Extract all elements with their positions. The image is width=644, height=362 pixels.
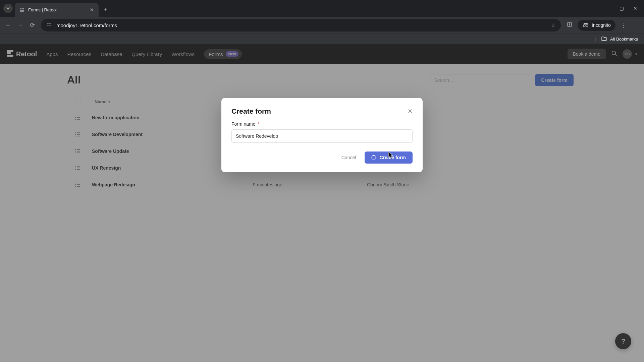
browser-tab-title: Forms | Retool bbox=[28, 7, 87, 12]
browser-tabstrip: Forms | Retool ✕ + — ▢ ✕ bbox=[0, 0, 644, 17]
tab-favicon-icon bbox=[19, 7, 25, 13]
all-bookmarks-link[interactable]: All Bookmarks bbox=[610, 37, 638, 42]
incognito-label: Incognito bbox=[592, 22, 611, 28]
incognito-indicator[interactable]: Incognito bbox=[578, 20, 615, 31]
create-form-modal: Create form ✕ Form name * Cancel Create … bbox=[221, 98, 423, 172]
form-name-label: Form name * bbox=[231, 121, 413, 127]
browser-tab-active[interactable]: Forms | Retool ✕ bbox=[15, 3, 99, 17]
new-tab-button[interactable]: + bbox=[103, 6, 107, 13]
window-minimize-button[interactable]: — bbox=[605, 6, 610, 11]
modal-close-button[interactable]: ✕ bbox=[408, 108, 413, 115]
nav-back-button[interactable]: ← bbox=[5, 22, 11, 29]
required-asterisk: * bbox=[257, 121, 259, 127]
modal-title: Create form bbox=[231, 107, 271, 115]
nav-reload-button[interactable]: ⟳ bbox=[29, 21, 36, 29]
svg-rect-0 bbox=[20, 8, 21, 9]
bookmarks-folder-icon bbox=[601, 36, 607, 42]
address-bar-url: moodjoy1.retool.com/forms bbox=[56, 22, 546, 28]
window-controls: — ▢ ✕ bbox=[605, 6, 641, 11]
form-name-label-text: Form name bbox=[231, 121, 256, 127]
site-info-icon[interactable] bbox=[46, 22, 52, 28]
svg-rect-3 bbox=[47, 23, 49, 24]
browser-toolbar: ← → ⟳ moodjoy1.retool.com/forms ☆ Incogn… bbox=[0, 17, 644, 34]
form-name-input[interactable] bbox=[231, 129, 413, 143]
loading-spinner-icon bbox=[371, 155, 376, 160]
browser-menu-button[interactable]: ⋮ bbox=[620, 21, 626, 29]
bookmark-divider: | bbox=[595, 37, 596, 42]
create-form-submit-label: Create form bbox=[379, 155, 406, 160]
address-bar[interactable]: moodjoy1.retool.com/forms ☆ bbox=[41, 19, 561, 32]
window-maximize-button[interactable]: ▢ bbox=[620, 6, 624, 11]
bookmark-bar: | All Bookmarks bbox=[0, 34, 644, 44]
svg-rect-4 bbox=[47, 25, 49, 25]
nav-forward-button[interactable]: → bbox=[17, 22, 23, 29]
tab-close-icon[interactable]: ✕ bbox=[90, 7, 94, 12]
svg-rect-8 bbox=[569, 23, 570, 25]
svg-rect-5 bbox=[49, 23, 51, 24]
svg-point-10 bbox=[586, 25, 588, 27]
bookmark-star-icon[interactable]: ☆ bbox=[551, 22, 555, 28]
cancel-button[interactable]: Cancel bbox=[336, 152, 362, 164]
svg-rect-2 bbox=[20, 10, 24, 12]
modal-scrim[interactable] bbox=[0, 44, 644, 362]
incognito-icon bbox=[582, 22, 589, 28]
svg-rect-6 bbox=[49, 25, 51, 25]
svg-point-9 bbox=[583, 25, 585, 27]
tab-search-button[interactable] bbox=[3, 4, 13, 13]
svg-rect-1 bbox=[22, 8, 24, 9]
extensions-icon[interactable] bbox=[566, 21, 573, 29]
create-form-submit-button[interactable]: Create form bbox=[365, 152, 413, 164]
window-close-button[interactable]: ✕ bbox=[633, 6, 637, 11]
